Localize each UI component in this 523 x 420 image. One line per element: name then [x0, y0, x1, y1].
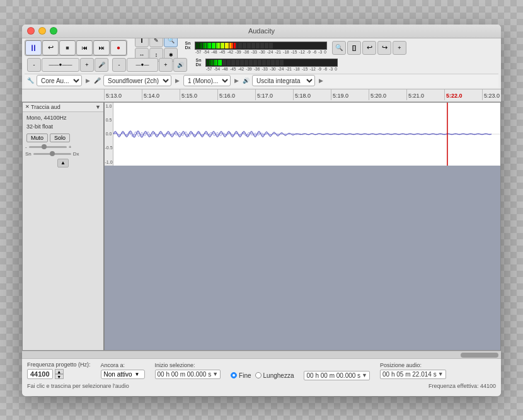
ruler-tick: 5:19.0 — [331, 89, 369, 100]
tracks-container: ✕ Traccia aud ▼ Mono, 44100Hz 32-bit flo… — [22, 102, 501, 351]
audio-host-select[interactable]: Core Au... — [37, 75, 82, 86]
scroll-thumb[interactable] — [461, 353, 498, 358]
out-meter-num: -54 — [214, 67, 220, 71]
gain-up-button[interactable]: + — [80, 58, 94, 72]
output-meter[interactable] — [205, 59, 338, 67]
sel-start-input[interactable]: 00 h 00 m 00.000 s ▼ — [155, 370, 221, 379]
project-freq-field: Frequenza progetto (Hz): 44100 ▲ ▼ — [27, 361, 91, 379]
ruler-tick: 5:23.0 — [482, 89, 501, 100]
fine-radio-dot[interactable] — [231, 372, 237, 378]
out-meter-num: -18 — [294, 67, 299, 71]
pause-button[interactable]: ⏸ — [25, 40, 42, 55]
sel-end-input[interactable]: 00 h 00 m 00.000 s ▼ — [304, 371, 370, 380]
freq-up-button[interactable]: ▲ — [55, 369, 64, 374]
track-collapse-button[interactable]: ▲ — [57, 159, 69, 167]
track-volume-slider[interactable] — [29, 146, 67, 148]
radio-field: Fine Lunghezza — [231, 362, 294, 379]
zoom-out-button[interactable]: + — [393, 41, 406, 55]
track-close-button[interactable]: ✕ — [25, 104, 30, 110]
prev-button[interactable]: ⏮ — [76, 40, 93, 55]
channel-select[interactable]: 1 (Mono)... — [183, 75, 231, 86]
scale-bottom: -1.0 — [105, 160, 113, 164]
undo-button[interactable]: ↩ — [362, 41, 376, 55]
meter-num: -48 — [211, 50, 217, 54]
gain-slider[interactable]: ——●—— — [42, 58, 79, 72]
transport-toolbar: ⏸ ↩ ■ ⏮ ⏭ ● I ✎ 🔍 ↔ ↕ ✱ — [25, 40, 498, 56]
minimize-button[interactable] — [38, 27, 46, 35]
audio-pos-input[interactable]: 00 h 05 m 22.014 s ▼ — [380, 370, 446, 379]
main-window: Audacity ⏸ ↩ ■ ⏮ ⏭ ● I ✎ 🔍 — [22, 25, 501, 396]
gain-down-button[interactable]: - — [27, 58, 41, 72]
sel-start-dropdown[interactable]: ▼ — [212, 371, 218, 377]
stop-button[interactable]: ■ — [59, 40, 76, 55]
out-meter-num: -3 — [329, 67, 333, 71]
dx-label2: Dx — [196, 62, 202, 67]
track-pan-slider[interactable] — [33, 153, 71, 155]
status-bottom-row: Fai clic e trascina per selezionare l'au… — [27, 383, 496, 389]
out-meter-num: -36 — [254, 67, 260, 71]
scale-center: 0.0 — [105, 132, 113, 136]
track-pan-row: Sn Dx — [23, 150, 103, 157]
vol-down-button[interactable]: - — [112, 58, 126, 72]
ruler-tick: 5:15.0 — [180, 89, 217, 100]
out-meter-num: -24 — [278, 67, 284, 71]
transport-controls: ⏸ ↩ ■ ⏮ ⏭ ● — [25, 40, 127, 56]
fine-radio[interactable]: Fine — [231, 372, 251, 379]
ruler-labels: 5:13.0 5:14.0 5:15.0 5:16.0 5:17.0 5:18.… — [104, 89, 501, 100]
maximize-button[interactable] — [50, 27, 57, 35]
meter-num: -57 — [195, 50, 201, 54]
meter-num: -6 — [313, 50, 316, 54]
out-meter-num: -33 — [262, 67, 268, 71]
vol-plus-label: + — [69, 144, 72, 150]
record-button[interactable]: ● — [110, 40, 127, 55]
input-meter[interactable] — [195, 42, 327, 50]
meter-num: -54 — [204, 50, 209, 54]
out-meter-num: -48 — [222, 67, 227, 71]
snap-select[interactable]: Non attivo ▼ — [101, 370, 145, 379]
freq-label: Frequenza progetto (Hz): — [27, 361, 91, 368]
ruler-tick: 5:17.0 — [255, 89, 293, 100]
input-device-select[interactable]: Soundflower (2ch) — [103, 75, 171, 86]
horizontal-scrollbar[interactable] — [22, 351, 501, 358]
mute-button[interactable]: Muto — [26, 133, 48, 142]
fit-button[interactable]: [] — [347, 41, 361, 55]
track-volume-row: - + — [23, 144, 103, 150]
out-meter-num: -30 — [270, 67, 275, 71]
ruler-tick: 5:22.0 — [444, 89, 482, 100]
freq-down-button[interactable]: ▼ — [55, 374, 64, 379]
mic-device-icon: 🎤 — [94, 77, 101, 84]
redo-button[interactable]: ↪ — [377, 41, 391, 55]
zoom-in-button[interactable]: 🔍 — [332, 41, 346, 55]
window-title: Audacity — [248, 27, 275, 35]
snap-dropdown-icon: ▼ — [135, 372, 140, 377]
freq-input[interactable]: 44100 — [27, 369, 53, 379]
ruler-tick: 5:13.0 — [104, 89, 142, 100]
vol-slider[interactable]: —●— — [127, 58, 158, 72]
solo-button[interactable]: Solo — [50, 133, 70, 142]
track-name-label: Traccia aud — [31, 104, 95, 110]
dx-label1: Dx — [185, 45, 191, 50]
waveform-display[interactable] — [113, 103, 500, 166]
statusbar: Frequenza progetto (Hz): 44100 ▲ ▼ Ancor… — [22, 358, 501, 396]
lunghezza-radio[interactable]: Lunghezza — [255, 372, 294, 379]
freq-stepper[interactable]: ▲ ▼ — [55, 369, 64, 379]
track-menu-button[interactable]: ▼ — [95, 104, 101, 110]
output-device-select[interactable]: Uscita integrata — [252, 75, 315, 86]
ruler-tick: 5:14.0 — [142, 89, 180, 100]
out-meter-num: -57 — [206, 67, 212, 71]
waveform-container[interactable]: 1.0 0.5 0.0 -0.5 -1.0 — [105, 103, 500, 166]
out-meter-num: -21 — [286, 67, 292, 71]
close-button[interactable] — [27, 27, 35, 35]
sel-end-dropdown[interactable]: ▼ — [362, 372, 367, 378]
out-meter-num: -39 — [246, 67, 251, 71]
pos-dropdown[interactable]: ▼ — [438, 371, 444, 377]
ruler-tick: 5:21.0 — [406, 89, 444, 100]
meter-num: -30 — [259, 50, 265, 54]
loop-button[interactable]: ↩ — [42, 40, 59, 55]
vol-up-button[interactable]: + — [159, 58, 173, 72]
lunghezza-radio-dot[interactable] — [255, 372, 262, 378]
track-panel: ✕ Traccia aud ▼ Mono, 44100Hz 32-bit flo… — [22, 102, 104, 351]
next-button[interactable]: ⏭ — [93, 40, 110, 55]
track-info: Mono, 44100Hz 32-bit float — [23, 112, 103, 132]
snap-field: Ancora a: Non attivo ▼ — [101, 362, 145, 379]
